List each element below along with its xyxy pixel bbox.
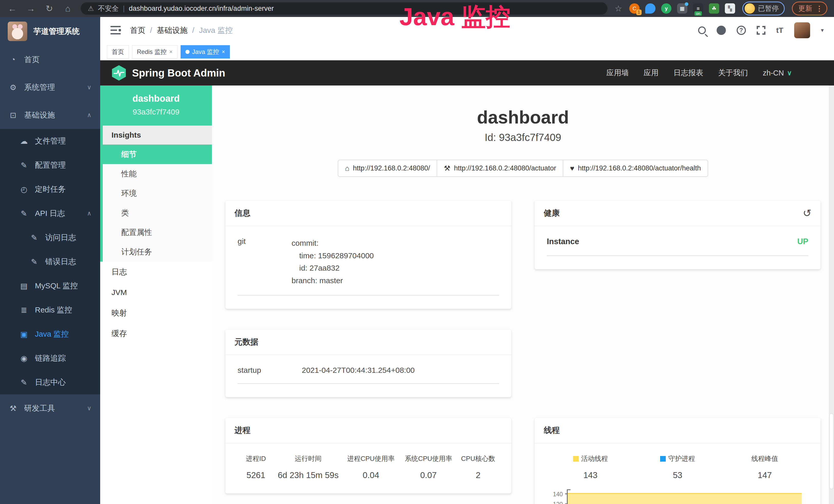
- sidebar-item-infrastructure[interactable]: ⊡ 基础设施 ∧: [0, 101, 100, 129]
- cards-grid: 信息 git commit: time: 1596289704000 id: 2…: [225, 201, 821, 504]
- extension-y-icon[interactable]: y: [661, 3, 672, 14]
- access-log-icon: ✎: [29, 233, 40, 242]
- active-tag-dot: [185, 50, 190, 54]
- fullscreen-icon[interactable]: [757, 26, 765, 35]
- reload-icon[interactable]: ↻: [44, 3, 55, 14]
- close-icon[interactable]: ×: [222, 48, 225, 55]
- extension-colorzilla-icon[interactable]: C: [629, 3, 640, 14]
- profile-badge-label: 已暂停: [758, 4, 779, 13]
- threads-card-title: 线程: [534, 418, 821, 443]
- back-icon[interactable]: ←: [7, 4, 18, 14]
- metadata-card: 元数据 startup 2021-04-27T00:44:31.254+08:0…: [225, 329, 511, 397]
- extension-puzzle-icon[interactable]: ▚: [725, 3, 735, 14]
- menu-item-logs[interactable]: 日志: [100, 261, 212, 282]
- extension-grid-icon[interactable]: ▦: [677, 3, 687, 14]
- sidebar-item-config-management[interactable]: ✎ 配置管理: [0, 153, 100, 177]
- hamburger-icon[interactable]: [110, 26, 121, 35]
- sba-content: dashboard Id: 93a3fc7f7409 ⌂ http://192.…: [212, 86, 834, 504]
- sidebar-item-java-monitor[interactable]: ▣ Java 监控: [0, 322, 100, 346]
- security-label[interactable]: 不安全: [98, 4, 119, 13]
- browser-update-button[interactable]: 更新 ⋮: [792, 2, 827, 16]
- menu-item-classes[interactable]: 类: [103, 203, 212, 223]
- service-url-button[interactable]: ⌂ http://192.168.0.2:48080/: [338, 160, 437, 177]
- home-icon[interactable]: ⌂: [62, 4, 73, 14]
- sidebar-item-redis-monitor[interactable]: ≣ Redis 监控: [0, 298, 100, 322]
- bookmark-star-icon[interactable]: ☆: [615, 4, 622, 13]
- sidebar-item-home[interactable]: ◔ 首页: [0, 46, 100, 73]
- sidebar-item-api-logs[interactable]: ✎ API 日志 ∧: [0, 201, 100, 225]
- sba-language-select[interactable]: zh-CN ∨: [763, 69, 792, 77]
- gear-icon: ⚙: [8, 83, 19, 92]
- kebab-menu-icon[interactable]: ⋮: [816, 4, 823, 13]
- sba-nav-applications[interactable]: 应用: [644, 68, 659, 78]
- menu-item-config-props[interactable]: 配置属性: [103, 223, 212, 242]
- sba-nav-wallboard[interactable]: 应用墙: [607, 68, 629, 78]
- scrollbar-thumb[interactable]: [829, 413, 833, 489]
- git-label: git: [238, 237, 291, 287]
- chevron-up-icon: ∧: [87, 210, 91, 217]
- instance-id: 93a3fc7f7409: [103, 108, 209, 116]
- tag-redis-monitor[interactable]: Redis 监控 ×: [132, 45, 177, 59]
- sba-nav-about[interactable]: 关于我们: [718, 68, 748, 78]
- sidebar-item-mysql-monitor[interactable]: ▤ MySQL 监控: [0, 274, 100, 298]
- sba-brand[interactable]: Spring Boot Admin: [111, 65, 225, 81]
- sidebar-item-trace[interactable]: ◉ 链路追踪: [0, 346, 100, 370]
- sba-hexagon-logo-icon: [111, 65, 126, 81]
- sidebar-item-log-center[interactable]: ✎ 日志中心: [0, 370, 100, 394]
- help-icon[interactable]: ?: [737, 26, 746, 35]
- sba-brand-title: Spring Boot Admin: [132, 67, 225, 79]
- breadcrumb-home[interactable]: 首页: [130, 25, 146, 36]
- sidebar-item-scheduled-tasks[interactable]: ◴ 定时任务: [0, 177, 100, 201]
- address-bar[interactable]: ⚠ 不安全 | dashboard.yudao.iocoder.cn/infra…: [81, 2, 608, 15]
- forward-icon[interactable]: →: [25, 4, 37, 14]
- font-size-icon[interactable]: tT: [776, 26, 784, 35]
- live-threads-value: 143: [547, 471, 634, 480]
- tags-view: 首页 Redis 监控 × Java 监控 ×: [100, 44, 834, 60]
- github-icon[interactable]: [717, 26, 726, 35]
- blue-legend-swatch: [660, 456, 666, 462]
- header-actions: ? tT ▾: [698, 22, 824, 38]
- scrollbar-track[interactable]: [829, 86, 834, 504]
- menu-item-scheduled-tasks[interactable]: 计划任务: [103, 242, 212, 261]
- menu-item-details[interactable]: 细节: [103, 144, 212, 164]
- search-icon[interactable]: [698, 26, 706, 34]
- extension-on-badge-icon[interactable]: ≡: [693, 3, 703, 14]
- omnibox-divider: |: [123, 4, 125, 13]
- sidebar-item-system-management[interactable]: ⚙ 系统管理 ∨: [0, 73, 100, 101]
- sidebar-item-error-logs[interactable]: ✎ 错误日志: [0, 250, 100, 274]
- menu-item-caches[interactable]: 缓存: [100, 323, 212, 344]
- daemon-threads-value: 53: [634, 471, 721, 480]
- sidebar-item-access-logs[interactable]: ✎ 访问日志: [0, 225, 100, 250]
- yellow-legend-swatch: [573, 456, 579, 462]
- actuator-url-button[interactable]: ⚒ http://192.168.0.2:48080/actuator: [437, 160, 563, 177]
- avatar-caret-icon[interactable]: ▾: [821, 27, 824, 33]
- menu-item-performance[interactable]: 性能: [103, 164, 212, 184]
- user-avatar[interactable]: [794, 22, 810, 38]
- extension-plant-icon[interactable]: ☘: [709, 3, 719, 14]
- health-url-button[interactable]: ♥ http://192.168.0.2:48080/actuator/heal…: [563, 160, 708, 177]
- sidebar-item-file-management[interactable]: ☁ 文件管理: [0, 129, 100, 153]
- extension-pin-icon[interactable]: [645, 3, 656, 14]
- peak-threads-value: 147: [721, 471, 808, 480]
- profile-emoji-icon: [745, 3, 755, 14]
- monitor-icon: ⊡: [8, 111, 19, 120]
- app-logo-row[interactable]: 芋道管理系统: [0, 17, 100, 46]
- sidebar-item-dev-tools[interactable]: ⚒ 研发工具 ∨: [0, 394, 100, 422]
- cpu-cores-value: 2: [457, 471, 499, 480]
- menu-item-jvm[interactable]: JVM: [100, 282, 212, 303]
- breadcrumb-infrastructure[interactable]: 基础设施: [157, 25, 188, 36]
- dashboard-icon: ◔: [8, 55, 19, 64]
- close-icon[interactable]: ×: [169, 48, 173, 55]
- history-icon[interactable]: ↺: [803, 208, 811, 218]
- health-instance-row[interactable]: Instance UP: [547, 237, 808, 256]
- browser-profile-button[interactable]: 已暂停: [742, 2, 785, 16]
- sba-nav-journal[interactable]: 日志报表: [674, 68, 703, 78]
- chart-y-axis: 140 120 100: [547, 489, 567, 504]
- tag-java-monitor[interactable]: Java 监控 ×: [180, 45, 230, 59]
- sidebar-submenu-infrastructure: ☁ 文件管理 ✎ 配置管理 ◴ 定时任务 ✎ API 日志 ∧ ✎: [0, 129, 100, 394]
- menu-item-environment[interactable]: 环境: [103, 184, 212, 203]
- cloud-upload-icon: ☁: [19, 137, 29, 145]
- url-text[interactable]: dashboard.yudao.iocoder.cn/infra/admin-s…: [129, 5, 274, 13]
- tag-home[interactable]: 首页: [107, 45, 129, 59]
- menu-item-mappings[interactable]: 映射: [100, 303, 212, 323]
